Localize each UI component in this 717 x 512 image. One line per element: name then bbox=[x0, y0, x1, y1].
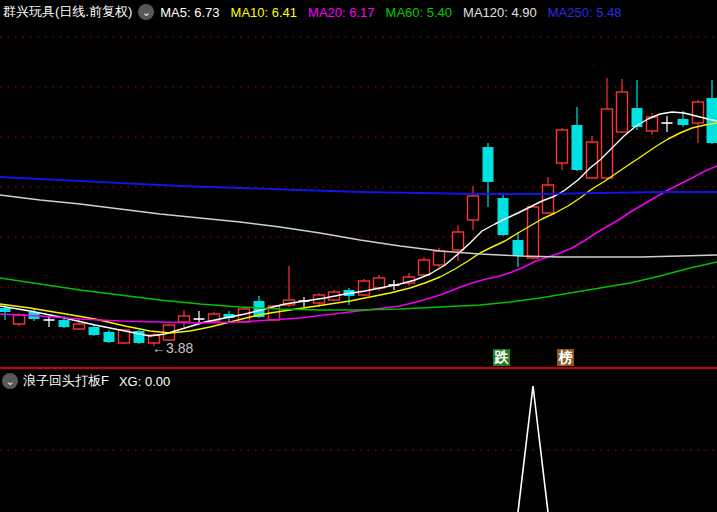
candle bbox=[14, 315, 25, 324]
ma250-label: MA250: 5.48 bbox=[548, 5, 622, 20]
chevron-down-icon[interactable]: ⌄ bbox=[2, 373, 18, 389]
indicator-name: 浪子回头打板F bbox=[23, 372, 109, 390]
ma-line-ma10 bbox=[0, 123, 717, 333]
candle bbox=[498, 198, 509, 235]
candle bbox=[359, 281, 370, 295]
ma-line-ma5 bbox=[0, 112, 717, 336]
ma20-label: MA20: 6.17 bbox=[308, 5, 375, 20]
ma-line-ma250 bbox=[0, 177, 717, 194]
candle bbox=[434, 251, 445, 265]
header-bar: 群兴玩具(日线.前复权) ⌄ MA5: 6.73 MA10: 6.41 MA20… bbox=[0, 0, 717, 24]
candle bbox=[557, 130, 568, 163]
fall-rank-badge[interactable]: 跌 bbox=[493, 349, 510, 366]
candle bbox=[89, 327, 100, 335]
candle bbox=[483, 147, 494, 182]
candle bbox=[419, 260, 430, 275]
candle bbox=[632, 108, 643, 127]
rank-badge[interactable]: 榜 bbox=[557, 349, 574, 366]
indicator-header: ⌄ 浪子回头打板F XG: 0.00 bbox=[0, 372, 717, 390]
panel-separator bbox=[0, 367, 717, 369]
candle bbox=[59, 320, 70, 327]
ma120-label: MA120: 4.90 bbox=[463, 5, 537, 20]
indicator-value: XG: 0.00 bbox=[119, 374, 170, 389]
main-chart[interactable] bbox=[0, 0, 717, 512]
app-root: 群兴玩具(日线.前复权) ⌄ MA5: 6.73 MA10: 6.41 MA20… bbox=[0, 0, 717, 512]
candle bbox=[0, 308, 11, 312]
candle bbox=[602, 109, 613, 178]
ma5-label: MA5: 6.73 bbox=[160, 5, 219, 20]
candle bbox=[528, 207, 539, 258]
candle bbox=[572, 125, 583, 170]
candle bbox=[468, 196, 479, 220]
candle bbox=[104, 332, 115, 342]
ma60-label: MA60: 5.40 bbox=[386, 5, 453, 20]
candle bbox=[74, 324, 85, 329]
candle bbox=[678, 119, 689, 125]
signal-spike bbox=[518, 386, 548, 512]
chevron-down-icon[interactable]: ⌄ bbox=[138, 4, 154, 20]
price-annotation: ←3.88 bbox=[152, 340, 193, 356]
candle bbox=[453, 232, 464, 250]
ma10-label: MA10: 6.41 bbox=[231, 5, 298, 20]
stock-title: 群兴玩具(日线.前复权) bbox=[3, 3, 132, 21]
candle bbox=[513, 240, 524, 256]
candle bbox=[617, 92, 628, 132]
candle bbox=[179, 316, 190, 322]
candle bbox=[693, 102, 704, 123]
candle bbox=[587, 142, 598, 178]
